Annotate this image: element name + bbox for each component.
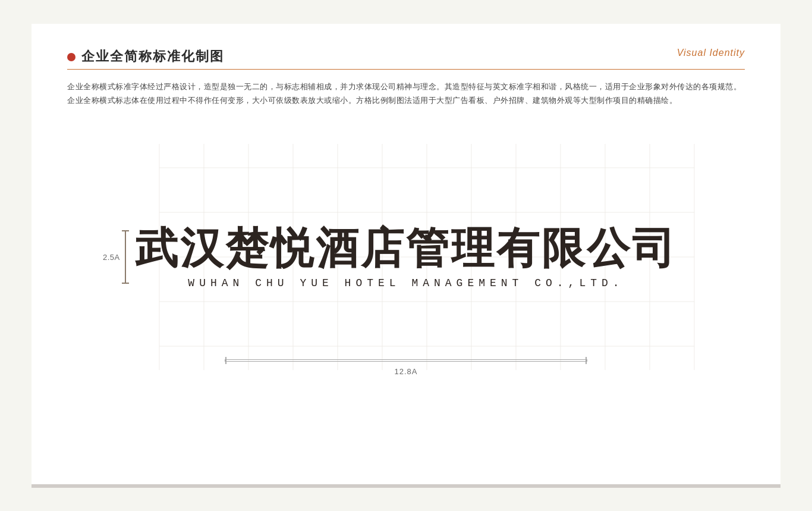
- title-dot: [67, 53, 75, 61]
- english-company-name: WUHAN CHU YUE HOTEL MANAGEMENT CO.,LTD.: [135, 277, 677, 289]
- page-title: 企业全简称标准化制图: [81, 48, 224, 65]
- desc-line-1: 企业全称横式标准字体经过严格设计，造型是独一无二的，与标志相辅相成，并力求体现公…: [67, 80, 745, 95]
- bracket-top-tick: [122, 230, 129, 231]
- title-group: 企业全简称标准化制图: [67, 48, 224, 65]
- bottom-measure-bar: [225, 359, 587, 362]
- measurement-left-label: 2.5A: [103, 253, 120, 262]
- bracket-line: [125, 230, 126, 284]
- bottom-measure-label: 12.8A: [395, 367, 418, 376]
- logo-content-area: 武汉楚悦酒店管理有限公司 WUHAN CHU YUE HOTEL MANAGEM…: [135, 225, 677, 289]
- footer-divider: [32, 484, 780, 488]
- header-divider: [67, 69, 745, 70]
- chinese-company-name: 武汉楚悦酒店管理有限公司: [135, 225, 677, 272]
- bracket-bottom-tick: [122, 283, 129, 284]
- measurement-left: 2.5A: [103, 230, 126, 284]
- desc-line-2: 企业全称横式标志体在使用过程中不得作任何变形，大小可依级数表放大或缩小。方格比例…: [67, 94, 745, 108]
- description-area: 企业全称横式标准字体经过严格设计，造型是独一无二的，与标志相辅相成，并力求体现公…: [67, 80, 745, 109]
- visual-identity-label: Visual Identity: [677, 48, 745, 58]
- bottom-measurement: 12.8A: [222, 359, 590, 376]
- measurement-bracket: [125, 230, 126, 284]
- header-area: 企业全简称标准化制图 Visual Identity: [67, 48, 745, 65]
- page-container: 企业全简称标准化制图 Visual Identity 企业全称横式标准字体经过严…: [32, 24, 780, 488]
- logo-display-wrapper: 2.5A 武汉楚悦酒店管理有限公司 WUHAN CHU YUE HOTEL MA…: [67, 120, 745, 394]
- bottom-line-container: [222, 359, 590, 362]
